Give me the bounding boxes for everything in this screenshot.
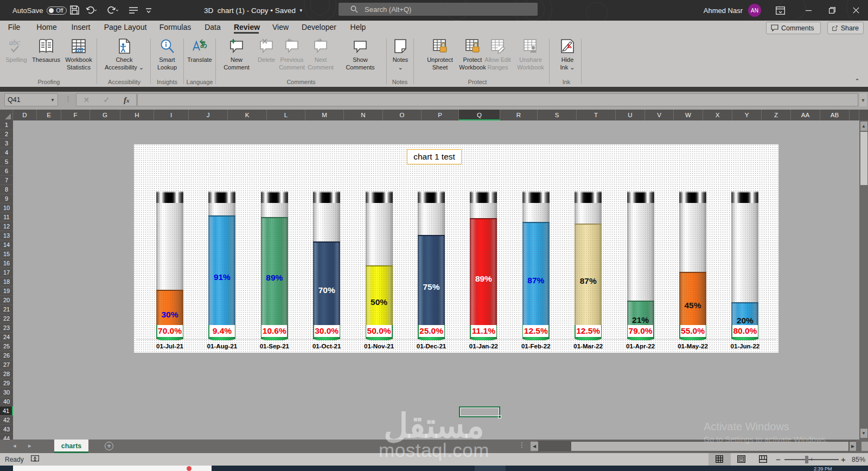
svg-text:123: 123 bbox=[74, 47, 84, 53]
svg-text:abc: abc bbox=[9, 39, 21, 47]
